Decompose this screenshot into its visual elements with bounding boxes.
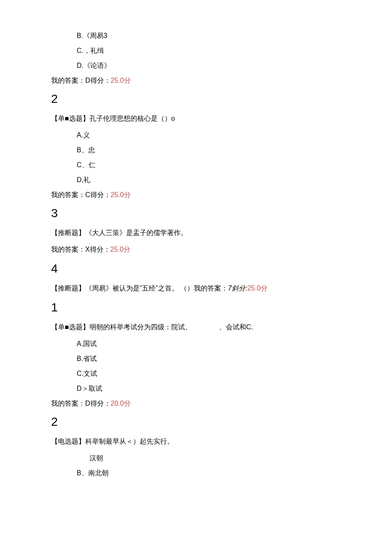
q4-text: 【推断题】《周易》被认为是“五经”之首。 （）我的答案：7斜分:25.0分 (51, 284, 341, 293)
question-number-4: 4 (51, 262, 341, 276)
q2-option-c: C、仁 (77, 161, 341, 170)
q1-option-d: D.《论语》 (77, 61, 341, 70)
q1-answer-prefix: 我的答案：D得分： (51, 77, 111, 84)
q4-text-b: 7斜分: (228, 285, 247, 292)
q3-answer-prefix: 我的答案：X得分： (51, 246, 110, 253)
q2-answer-prefix: 我的答案：C得分： (51, 191, 111, 198)
q5-answer-prefix: 我的答案：D得分： (51, 400, 111, 407)
q1-answer: 我的答案：D得分：25.0分 (51, 76, 341, 85)
q6-text: 【电选题】科举制最早从＜）起先实行。 (51, 437, 341, 446)
q5-text: 【单■选题】明朝的科举考试分为四级：院试、 、会试和C. (51, 323, 341, 332)
q1-answer-score: 25.0分 (111, 77, 131, 84)
q5-option-c: C.文试 (77, 369, 341, 378)
q4-text-c: 25.0分 (247, 285, 267, 292)
q5-answer-score: 20.0分 (111, 400, 131, 407)
q5-answer: 我的答案：D得分：20.0分 (51, 399, 341, 408)
q1-option-b: B.《周易3 (77, 32, 341, 41)
q2-answer: 我的答案：C得分：25.0分 (51, 191, 341, 200)
question-number-1b: 1 (51, 301, 341, 314)
q3-answer-score: 25.0分 (110, 246, 130, 253)
q2-option-b: B、忠 (77, 146, 341, 155)
question-number-3: 3 (51, 206, 341, 220)
q2-option-a: A.义 (77, 131, 341, 140)
q4-text-a: 【推断题】《周易》被认为是“五经”之首。 （）我的答案： (51, 285, 228, 292)
q2-option-d: D,礼 (77, 176, 341, 185)
q3-answer: 我的答案：X得分：25.0分 (51, 245, 341, 254)
q2-text: 【单■选题】孔子伦理思想的核心是（）o (51, 114, 341, 123)
q1-option-c: C.，礼缉 (77, 46, 341, 55)
q5-option-a: A,国试 (77, 340, 341, 349)
q5-option-b: B.省试 (77, 355, 341, 363)
question-number-2b: 2 (51, 415, 341, 429)
document-page: B.《周易3 C.，礼缉 D.《论语》 我的答案：D得分：25.0分 2 【单■… (0, 0, 392, 509)
q6-option-b: B、南北朝 (77, 469, 341, 478)
q2-answer-score: 25.0分 (111, 191, 131, 198)
question-number-2: 2 (51, 92, 341, 106)
q5-option-d: D＞取试 (77, 384, 341, 393)
q3-text: 【推断题】《大人三策》是盂子的儒学著作。 (51, 229, 341, 238)
q6-option-a: 汉朝 (89, 454, 341, 463)
